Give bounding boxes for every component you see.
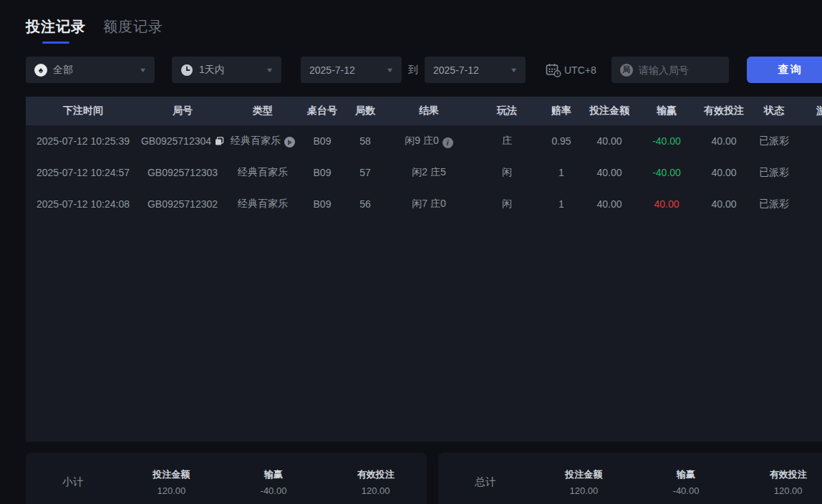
col-status: 状态 [753, 97, 795, 125]
chevron-down-icon: ▼ [510, 67, 518, 74]
cell-game-mode: 入座 [795, 157, 822, 188]
subtotal-panel: 小计 投注金额 120.00 输赢 -40.00 有效投注 120.00 [26, 452, 427, 504]
game-type-value: 全部 [53, 64, 73, 77]
info-icon[interactable]: i [443, 137, 453, 148]
date-to-select[interactable]: 2025-7-12 ▼ [425, 57, 526, 83]
tab-bet-records-label: 投注记录 [26, 17, 86, 37]
tab-bet-records[interactable]: 投注记录 [26, 17, 86, 44]
cell-win-lose: -40.00 [639, 157, 695, 188]
date-to-label: 到 [402, 64, 425, 77]
cell-round-no: 58 [344, 125, 387, 157]
col-type: 类型 [225, 97, 301, 125]
col-play: 玩法 [471, 97, 543, 125]
table-row[interactable]: 2025-07-12 10:25:39 GB0925712304 经典百家乐 B… [26, 125, 822, 157]
cell-bet-time: 2025-07-12 10:25:39 [26, 125, 140, 157]
col-valid-bet: 有效投注 [695, 97, 753, 125]
cell-table-no: B09 [301, 125, 344, 157]
time-range-select[interactable]: 1天内 ▼ [172, 57, 281, 83]
date-to-value: 2025-7-12 [433, 64, 479, 76]
time-range-value: 1天内 [199, 64, 225, 77]
copy-icon[interactable] [215, 137, 224, 146]
summary-bar: 小计 投注金额 120.00 输赢 -40.00 有效投注 120.00 总计 … [26, 452, 822, 504]
cell-bet-amount: 40.00 [580, 125, 639, 157]
date-from-value: 2025-7-12 [309, 64, 355, 76]
table-row[interactable]: 2025-07-12 10:24:57 GB0925712303 经典百家乐 B… [26, 157, 822, 188]
round-search-input[interactable] [639, 64, 720, 76]
cell-win-lose: -40.00 [639, 125, 695, 157]
cell-table-no: B09 [301, 188, 344, 220]
game-type-select[interactable]: ♠ 全部 ▼ [26, 57, 155, 83]
filter-bar: ♠ 全部 ▼ 1天内 ▼ 2025-7-12 ▼ 到 2025-7-12 ▼ [26, 57, 822, 83]
cell-play: 庄 [471, 125, 543, 157]
chevron-down-icon: ▼ [139, 67, 148, 74]
total-bet-amount: 投注金额 120.00 [533, 468, 635, 496]
status-badge: 已派彩 [753, 188, 795, 220]
win-lose-value: 40.00 [654, 198, 679, 210]
cell-round-id: GB0925712302 [140, 188, 225, 220]
cell-play: 闲 [471, 188, 543, 220]
cell-round-id: GB0925712304 [140, 125, 225, 157]
col-table-no: 桌台号 [301, 97, 344, 125]
cell-valid-bet: 40.00 [695, 125, 753, 157]
timezone-indicator: UTC+8 [546, 63, 596, 77]
col-win-lose: 输赢 [639, 97, 695, 125]
cell-bet-time: 2025-07-12 10:24:57 [26, 157, 140, 188]
cell-round-id: GB0925712303 [140, 157, 225, 188]
col-bet-amount: 投注金额 [580, 97, 639, 125]
cell-round-no: 56 [344, 188, 387, 220]
tab-quota-records[interactable]: 额度记录 [103, 17, 163, 44]
cell-round-no: 57 [344, 157, 387, 188]
win-lose-value: -40.00 [652, 167, 681, 178]
clock-icon [180, 64, 193, 77]
subtotal-valid-bet: 有效投注 120.00 [324, 468, 427, 496]
cell-type: 经典百家乐 [225, 157, 301, 188]
active-tab-underline [42, 42, 69, 44]
top-tabs: 投注记录 额度记录 [26, 17, 163, 44]
round-badge-icon: 局 [620, 64, 633, 77]
total-valid-bet: 有效投注 120.00 [737, 468, 822, 496]
col-odds: 赔率 [543, 97, 580, 125]
cell-odds: 0.95 [543, 125, 580, 157]
timezone-value: UTC+8 [564, 64, 596, 76]
round-search-field[interactable]: 局 [611, 57, 729, 83]
col-game-mode: 游戏模式 [795, 97, 822, 125]
subtotal-label: 小计 [26, 475, 120, 489]
chevron-down-icon: ▼ [266, 67, 274, 74]
cell-bet-time: 2025-07-12 10:24:08 [26, 188, 140, 220]
cell-valid-bet: 40.00 [695, 188, 753, 220]
status-badge: 已派彩 [753, 157, 795, 188]
cell-odds: 1 [543, 188, 580, 220]
status-badge: 已派彩 [753, 125, 795, 157]
cell-win-lose: 40.00 [639, 188, 695, 220]
subtotal-bet-amount: 投注金额 120.00 [120, 468, 223, 496]
search-button[interactable]: 查询 [747, 57, 822, 83]
subtotal-win-lose: 输赢 -40.00 [223, 468, 325, 496]
replay-icon[interactable] [284, 137, 295, 147]
cell-result: 闲9 庄0i [387, 125, 471, 157]
col-round-id: 局号 [140, 97, 225, 125]
cell-bet-amount: 40.00 [580, 188, 639, 220]
tab-quota-records-label: 额度记录 [103, 17, 163, 37]
cell-result: 闲7 庄0 [387, 188, 471, 220]
records-table: 下注时间 局号 类型 桌台号 局数 结果 玩法 赔率 投注金额 输赢 有效投注 … [26, 97, 822, 442]
cell-bet-amount: 40.00 [580, 157, 639, 188]
total-label: 总计 [438, 475, 533, 489]
cell-play: 闲 [471, 157, 543, 188]
table-row[interactable]: 2025-07-12 10:24:08 GB0925712302 经典百家乐 B… [26, 188, 822, 220]
cell-game-mode: 入座 [795, 125, 822, 157]
col-bet-time: 下注时间 [26, 97, 140, 125]
table-body: 2025-07-12 10:25:39 GB0925712304 经典百家乐 B… [26, 125, 822, 220]
chevron-down-icon: ▼ [386, 67, 395, 74]
date-from-select[interactable]: 2025-7-12 ▼ [301, 57, 402, 83]
col-round-no: 局数 [344, 97, 387, 125]
cell-type: 经典百家乐 [225, 125, 301, 157]
calendar-clock-icon [546, 63, 561, 77]
cell-game-mode: 入座 [795, 188, 822, 220]
total-panel: 总计 投注金额 120.00 输赢 -40.00 有效投注 120.00 [438, 452, 822, 504]
table-header: 下注时间 局号 类型 桌台号 局数 结果 玩法 赔率 投注金额 输赢 有效投注 … [26, 97, 822, 125]
win-lose-value: -40.00 [652, 135, 681, 147]
cell-valid-bet: 40.00 [695, 157, 753, 188]
total-win-lose: 输赢 -40.00 [635, 468, 738, 496]
cell-table-no: B09 [301, 157, 344, 188]
cell-result: 闲2 庄5 [387, 157, 471, 188]
